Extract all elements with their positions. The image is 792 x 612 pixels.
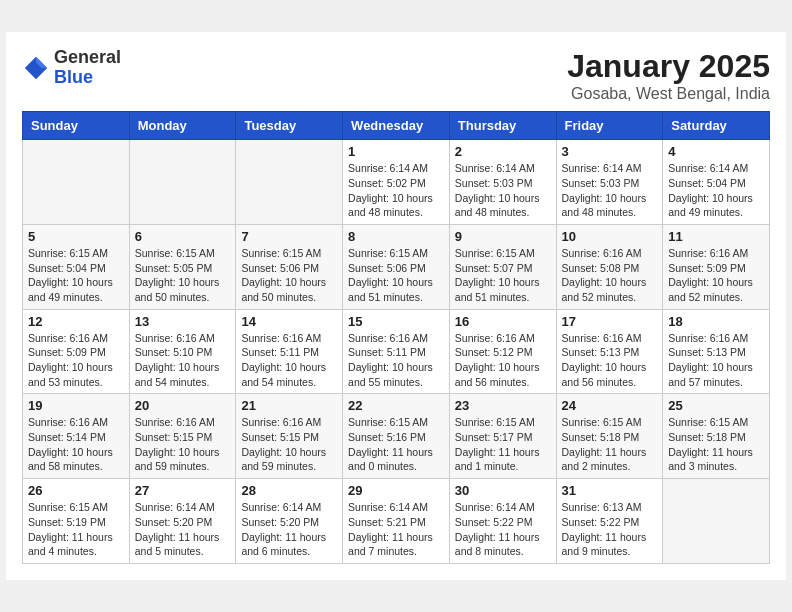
- day-info: Sunrise: 6:16 AM Sunset: 5:13 PM Dayligh…: [668, 331, 764, 390]
- day-info: Sunrise: 6:16 AM Sunset: 5:15 PM Dayligh…: [135, 415, 231, 474]
- day-info: Sunrise: 6:14 AM Sunset: 5:03 PM Dayligh…: [455, 161, 551, 220]
- table-row: 13Sunrise: 6:16 AM Sunset: 5:10 PM Dayli…: [129, 309, 236, 394]
- table-row: 26Sunrise: 6:15 AM Sunset: 5:19 PM Dayli…: [23, 479, 130, 564]
- table-row: 23Sunrise: 6:15 AM Sunset: 5:17 PM Dayli…: [449, 394, 556, 479]
- table-row: 15Sunrise: 6:16 AM Sunset: 5:11 PM Dayli…: [343, 309, 450, 394]
- table-row: 9Sunrise: 6:15 AM Sunset: 5:07 PM Daylig…: [449, 224, 556, 309]
- day-number: 2: [455, 144, 551, 159]
- day-info: Sunrise: 6:16 AM Sunset: 5:08 PM Dayligh…: [562, 246, 658, 305]
- table-row: [663, 479, 770, 564]
- table-row: 2Sunrise: 6:14 AM Sunset: 5:03 PM Daylig…: [449, 140, 556, 225]
- week-row-0: 1Sunrise: 6:14 AM Sunset: 5:02 PM Daylig…: [23, 140, 770, 225]
- table-row: 29Sunrise: 6:14 AM Sunset: 5:21 PM Dayli…: [343, 479, 450, 564]
- day-number: 11: [668, 229, 764, 244]
- day-info: Sunrise: 6:16 AM Sunset: 5:13 PM Dayligh…: [562, 331, 658, 390]
- day-number: 17: [562, 314, 658, 329]
- day-number: 5: [28, 229, 124, 244]
- week-row-4: 26Sunrise: 6:15 AM Sunset: 5:19 PM Dayli…: [23, 479, 770, 564]
- week-row-2: 12Sunrise: 6:16 AM Sunset: 5:09 PM Dayli…: [23, 309, 770, 394]
- day-info: Sunrise: 6:15 AM Sunset: 5:18 PM Dayligh…: [562, 415, 658, 474]
- table-row: 19Sunrise: 6:16 AM Sunset: 5:14 PM Dayli…: [23, 394, 130, 479]
- day-number: 15: [348, 314, 444, 329]
- title-section: January 2025 Gosaba, West Bengal, India: [567, 48, 770, 103]
- day-number: 24: [562, 398, 658, 413]
- table-row: 14Sunrise: 6:16 AM Sunset: 5:11 PM Dayli…: [236, 309, 343, 394]
- table-row: 24Sunrise: 6:15 AM Sunset: 5:18 PM Dayli…: [556, 394, 663, 479]
- day-number: 3: [562, 144, 658, 159]
- table-row: [236, 140, 343, 225]
- day-info: Sunrise: 6:14 AM Sunset: 5:02 PM Dayligh…: [348, 161, 444, 220]
- table-row: 6Sunrise: 6:15 AM Sunset: 5:05 PM Daylig…: [129, 224, 236, 309]
- day-info: Sunrise: 6:15 AM Sunset: 5:04 PM Dayligh…: [28, 246, 124, 305]
- day-info: Sunrise: 6:15 AM Sunset: 5:16 PM Dayligh…: [348, 415, 444, 474]
- table-row: 3Sunrise: 6:14 AM Sunset: 5:03 PM Daylig…: [556, 140, 663, 225]
- table-row: 8Sunrise: 6:15 AM Sunset: 5:06 PM Daylig…: [343, 224, 450, 309]
- calendar-container: General Blue January 2025 Gosaba, West B…: [6, 32, 786, 580]
- day-info: Sunrise: 6:15 AM Sunset: 5:05 PM Dayligh…: [135, 246, 231, 305]
- day-number: 4: [668, 144, 764, 159]
- day-info: Sunrise: 6:14 AM Sunset: 5:03 PM Dayligh…: [562, 161, 658, 220]
- table-row: 16Sunrise: 6:16 AM Sunset: 5:12 PM Dayli…: [449, 309, 556, 394]
- table-row: 12Sunrise: 6:16 AM Sunset: 5:09 PM Dayli…: [23, 309, 130, 394]
- day-number: 19: [28, 398, 124, 413]
- day-number: 22: [348, 398, 444, 413]
- day-number: 21: [241, 398, 337, 413]
- logo-general-text: General: [54, 47, 121, 67]
- day-number: 1: [348, 144, 444, 159]
- week-row-3: 19Sunrise: 6:16 AM Sunset: 5:14 PM Dayli…: [23, 394, 770, 479]
- logo-icon: [22, 54, 50, 82]
- day-info: Sunrise: 6:14 AM Sunset: 5:21 PM Dayligh…: [348, 500, 444, 559]
- header-thursday: Thursday: [449, 112, 556, 140]
- header-monday: Monday: [129, 112, 236, 140]
- week-row-1: 5Sunrise: 6:15 AM Sunset: 5:04 PM Daylig…: [23, 224, 770, 309]
- day-number: 16: [455, 314, 551, 329]
- day-number: 26: [28, 483, 124, 498]
- day-number: 27: [135, 483, 231, 498]
- day-number: 7: [241, 229, 337, 244]
- day-number: 13: [135, 314, 231, 329]
- day-number: 8: [348, 229, 444, 244]
- logo-blue-text: Blue: [54, 67, 93, 87]
- header-friday: Friday: [556, 112, 663, 140]
- table-row: 1Sunrise: 6:14 AM Sunset: 5:02 PM Daylig…: [343, 140, 450, 225]
- day-info: Sunrise: 6:15 AM Sunset: 5:19 PM Dayligh…: [28, 500, 124, 559]
- day-number: 14: [241, 314, 337, 329]
- day-info: Sunrise: 6:16 AM Sunset: 5:10 PM Dayligh…: [135, 331, 231, 390]
- table-row: 5Sunrise: 6:15 AM Sunset: 5:04 PM Daylig…: [23, 224, 130, 309]
- table-row: 20Sunrise: 6:16 AM Sunset: 5:15 PM Dayli…: [129, 394, 236, 479]
- calendar-grid: Sunday Monday Tuesday Wednesday Thursday…: [22, 111, 770, 564]
- day-number: 30: [455, 483, 551, 498]
- header-tuesday: Tuesday: [236, 112, 343, 140]
- day-info: Sunrise: 6:16 AM Sunset: 5:12 PM Dayligh…: [455, 331, 551, 390]
- day-info: Sunrise: 6:16 AM Sunset: 5:11 PM Dayligh…: [241, 331, 337, 390]
- month-title: January 2025: [567, 48, 770, 85]
- day-info: Sunrise: 6:14 AM Sunset: 5:20 PM Dayligh…: [135, 500, 231, 559]
- table-row: 21Sunrise: 6:16 AM Sunset: 5:15 PM Dayli…: [236, 394, 343, 479]
- day-number: 20: [135, 398, 231, 413]
- table-row: 27Sunrise: 6:14 AM Sunset: 5:20 PM Dayli…: [129, 479, 236, 564]
- day-info: Sunrise: 6:14 AM Sunset: 5:20 PM Dayligh…: [241, 500, 337, 559]
- day-info: Sunrise: 6:15 AM Sunset: 5:06 PM Dayligh…: [348, 246, 444, 305]
- day-info: Sunrise: 6:16 AM Sunset: 5:15 PM Dayligh…: [241, 415, 337, 474]
- day-number: 10: [562, 229, 658, 244]
- day-info: Sunrise: 6:14 AM Sunset: 5:22 PM Dayligh…: [455, 500, 551, 559]
- day-number: 12: [28, 314, 124, 329]
- day-number: 29: [348, 483, 444, 498]
- table-row: 25Sunrise: 6:15 AM Sunset: 5:18 PM Dayli…: [663, 394, 770, 479]
- day-number: 23: [455, 398, 551, 413]
- day-info: Sunrise: 6:16 AM Sunset: 5:09 PM Dayligh…: [668, 246, 764, 305]
- table-row: 17Sunrise: 6:16 AM Sunset: 5:13 PM Dayli…: [556, 309, 663, 394]
- table-row: [23, 140, 130, 225]
- header-sunday: Sunday: [23, 112, 130, 140]
- day-number: 25: [668, 398, 764, 413]
- table-row: 30Sunrise: 6:14 AM Sunset: 5:22 PM Dayli…: [449, 479, 556, 564]
- table-row: 22Sunrise: 6:15 AM Sunset: 5:16 PM Dayli…: [343, 394, 450, 479]
- day-info: Sunrise: 6:15 AM Sunset: 5:17 PM Dayligh…: [455, 415, 551, 474]
- day-number: 31: [562, 483, 658, 498]
- day-info: Sunrise: 6:16 AM Sunset: 5:14 PM Dayligh…: [28, 415, 124, 474]
- day-number: 18: [668, 314, 764, 329]
- table-row: 11Sunrise: 6:16 AM Sunset: 5:09 PM Dayli…: [663, 224, 770, 309]
- day-info: Sunrise: 6:13 AM Sunset: 5:22 PM Dayligh…: [562, 500, 658, 559]
- table-row: [129, 140, 236, 225]
- location-title: Gosaba, West Bengal, India: [567, 85, 770, 103]
